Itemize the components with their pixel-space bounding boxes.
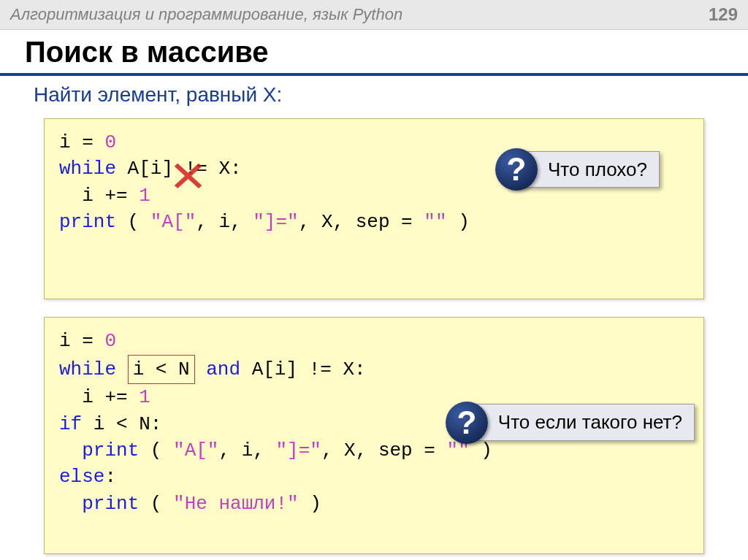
- code-text: i +=: [59, 185, 139, 207]
- code-text: [59, 493, 82, 515]
- code-string: "Не нашли!": [173, 493, 299, 515]
- code-text: i +=: [59, 386, 139, 408]
- code-text: A[i] != X:: [240, 358, 366, 380]
- code-number: 1: [139, 185, 150, 207]
- callout-text: Что плохо?: [548, 156, 647, 183]
- main-title: Поиск в массиве: [0, 30, 748, 76]
- code-string: "": [424, 211, 446, 233]
- code-text: [195, 358, 207, 380]
- code-keyword: and: [206, 358, 240, 380]
- code-keyword: print: [82, 493, 139, 515]
- code-text: , X, sep =: [299, 211, 424, 233]
- code-number: 0: [104, 330, 116, 352]
- callout-text: Что если такого нет?: [498, 409, 682, 435]
- code-keyword: if: [59, 413, 82, 435]
- code-keyword: while: [59, 358, 116, 380]
- highlight-box: i < N: [128, 355, 195, 384]
- code-string: "]=": [253, 211, 298, 233]
- code-text: ): [447, 211, 470, 233]
- sub-title: Найти элемент, равный X:: [0, 83, 748, 114]
- code-text: , i,: [196, 211, 253, 233]
- code-block-1: i = 0 while A[i] != X: i += 1 print ( "A…: [44, 118, 704, 299]
- page-number: 129: [709, 4, 738, 25]
- code-string: "A[": [150, 211, 196, 233]
- question-icon: ?: [446, 402, 488, 444]
- code-keyword: print: [82, 440, 139, 461]
- code-string: "]=": [275, 440, 321, 461]
- code-text: i =: [59, 330, 104, 352]
- header-title: Алгоритмизация и программирование, язык …: [10, 5, 402, 24]
- code-text: i =: [59, 131, 104, 153]
- code-text: :: [104, 466, 116, 488]
- code-text: [116, 358, 128, 380]
- code-text: A[i] != X:: [116, 158, 242, 180]
- header-bar: Алгоритмизация и программирование, язык …: [0, 0, 748, 30]
- code-text: , X, sep =: [321, 440, 447, 461]
- code-text: (: [116, 211, 150, 233]
- code-text: , i,: [218, 440, 275, 461]
- code-text: ): [299, 493, 321, 515]
- code-text: (: [139, 493, 173, 515]
- question-icon: ?: [495, 148, 538, 191]
- code-keyword: else: [59, 466, 104, 488]
- code-keyword: while: [59, 158, 116, 180]
- code-string: "A[": [173, 440, 218, 461]
- code-text: [59, 440, 82, 461]
- callout-1: ? Что плохо?: [508, 151, 660, 188]
- callout-2: ? Что если такого нет?: [458, 404, 695, 440]
- code-number: 1: [139, 386, 150, 408]
- code-block-2: i = 0 while i < N and A[i] != X: i += 1 …: [44, 317, 704, 554]
- code-number: 0: [104, 131, 116, 153]
- code-text: (: [139, 440, 173, 461]
- code-text: i < N:: [82, 413, 161, 435]
- code-keyword: print: [59, 211, 116, 233]
